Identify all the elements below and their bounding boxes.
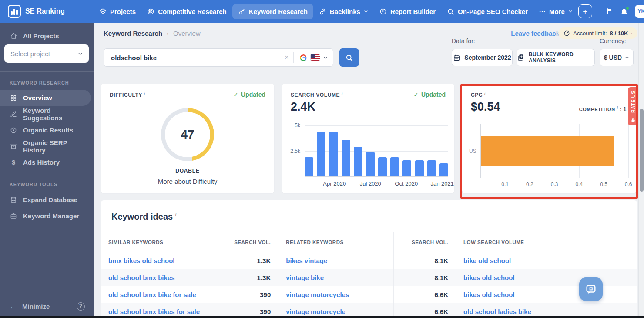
- x-tick-label: 0.2: [526, 181, 533, 187]
- info-icon: i: [342, 91, 343, 95]
- add-button[interactable]: +: [578, 4, 592, 18]
- help-button[interactable]: ?: [77, 302, 85, 311]
- target-icon: [147, 8, 154, 15]
- volume-bar: [317, 132, 325, 176]
- keyword-link[interactable]: bikes old school: [463, 274, 515, 281]
- nav-item-backlinks[interactable]: Backlinks: [313, 4, 374, 19]
- minimize-button[interactable]: ← Minimize: [10, 303, 50, 310]
- volume-bar: [329, 132, 338, 176]
- x-axis-label: Oct 2020: [395, 180, 418, 187]
- keyword-ideas-title: Keyword ideas i: [111, 212, 176, 222]
- divider: [0, 71, 94, 72]
- competition-value: 1: [623, 106, 627, 112]
- search-engine-region-select[interactable]: [299, 54, 328, 62]
- difficulty-gauge: 47: [161, 108, 214, 161]
- sidebar-item-all-projects[interactable]: All Projects: [0, 28, 94, 43]
- volume-bar: [366, 152, 375, 176]
- sidebar-item-overview[interactable]: Overview: [0, 90, 91, 106]
- sidebar-item-expand-database[interactable]: Expand Database: [0, 192, 91, 208]
- keyword-link[interactable]: old school bmx bikes: [108, 274, 175, 281]
- sidebar-item-ads-history[interactable]: $ Ads History: [0, 154, 91, 170]
- difficulty-card: DIFFICULTY i ✓Updated 47 DOABLE More abo…: [101, 84, 274, 193]
- y-axis-label: 2.5k: [290, 148, 300, 154]
- notifications-button[interactable]: [620, 7, 628, 16]
- info-icon: i: [144, 91, 145, 95]
- clear-icon[interactable]: ×: [280, 53, 293, 62]
- col-related-keywords: RELATED KEYWORDS: [278, 232, 394, 252]
- sidebar-item-keyword-manager[interactable]: Keyword Manager: [0, 208, 91, 224]
- sidebar-item-organic-results[interactable]: Organic Results: [0, 122, 91, 138]
- keyword-search-input[interactable]: [111, 54, 280, 61]
- currency-select[interactable]: $ USD: [600, 49, 634, 66]
- sidebar-item-organic-serp-history[interactable]: Organic SERP History: [0, 138, 91, 154]
- keyword-link[interactable]: vintage bike: [286, 274, 324, 281]
- nav-item-keyword-research[interactable]: Keyword Research: [232, 4, 313, 19]
- bulk-keyword-analysis-button[interactable]: BULK KEYWORD ANALYSIS: [517, 49, 595, 66]
- keyword-link[interactable]: bmx bikes old school: [108, 257, 175, 264]
- user-avatar[interactable]: YK: [635, 5, 644, 18]
- leave-feedback-link[interactable]: Leave feedback: [511, 30, 560, 37]
- calendar-icon: [453, 54, 460, 61]
- section-title-keyword-tools: KEYWORD TOOLS: [10, 182, 57, 187]
- info-icon: i: [631, 31, 632, 35]
- scrollbar-thumb[interactable]: [640, 109, 644, 192]
- volume-bar: [305, 157, 313, 176]
- gauge-icon: [564, 30, 570, 37]
- keyword-search-box: ×: [104, 48, 333, 67]
- table-row: old school bmx bikes1.3Kvintage bike8.1K…: [101, 269, 637, 286]
- key-icon: [238, 8, 245, 15]
- keyword-link[interactable]: vintage motorcycle: [286, 308, 345, 315]
- keyword-link[interactable]: bikes vintage: [286, 257, 327, 264]
- chevron-down-icon: [625, 55, 629, 60]
- nav-item-report-builder[interactable]: Report Builder: [374, 4, 441, 19]
- keyword-ideas-tbody: bmx bikes old school1.3Kbikes vintage8.1…: [101, 252, 637, 318]
- x-axis-label: Apr 2020: [323, 180, 346, 187]
- divider: [0, 173, 94, 173]
- sidebar-item-keyword-suggestions[interactable]: Keyword Suggestions: [0, 106, 91, 122]
- search-volume-value: 2.4K: [291, 100, 315, 114]
- breadcrumb-overview: Overview: [173, 30, 201, 37]
- check-icon: ✓: [233, 91, 238, 98]
- rate-us-tab[interactable]: RATE US: [628, 87, 638, 125]
- project-select[interactable]: Select project: [4, 44, 89, 63]
- bottom-edge-bar: [0, 316, 644, 318]
- keyword-link[interactable]: vintage motorcycles: [286, 291, 349, 298]
- keyword-ideas-card: Keyword ideas i SIMILAR KEYWORDS SEARCH …: [101, 200, 637, 318]
- chevron-down-icon: [364, 9, 368, 14]
- flag-button[interactable]: [606, 7, 614, 15]
- breadcrumb-keyword-research[interactable]: Keyword Research: [104, 30, 162, 37]
- volume-bar: [415, 160, 424, 176]
- col-low-search-volume: LOW SEARCH VOLUME: [456, 232, 637, 252]
- keyword-link[interactable]: bike old school: [463, 257, 511, 264]
- volume-bar: [439, 163, 448, 176]
- nav-item-projects[interactable]: Projects: [94, 4, 141, 19]
- arrow-left-icon: ←: [10, 303, 16, 310]
- copy-plus-icon: [517, 54, 525, 61]
- nav-item-more[interactable]: ··· More: [533, 4, 578, 19]
- difficulty-status: ✓Updated: [233, 91, 265, 98]
- date-picker-button[interactable]: September 2022: [452, 49, 513, 66]
- y-axis-label: 5k: [295, 122, 300, 129]
- nav-item-competitive-research[interactable]: Competitive Research: [141, 4, 232, 19]
- more-about-difficulty-link[interactable]: More about Difficulty: [158, 178, 217, 186]
- nav-item-onpage-seo-checker[interactable]: On-Page SEO Checker: [441, 4, 533, 19]
- archive-icon: [10, 143, 17, 150]
- chat-widget-button[interactable]: [579, 277, 603, 301]
- keyword-link[interactable]: old school ladies bike: [463, 308, 531, 315]
- search-button[interactable]: [339, 48, 359, 67]
- circle-dot-icon: [10, 127, 17, 134]
- layers-icon: [99, 8, 107, 15]
- home-icon: [10, 32, 17, 40]
- keyword-link[interactable]: old school bmx bike for sale: [108, 291, 196, 298]
- breadcrumb: Keyword Research › Overview: [104, 30, 201, 37]
- section-title-keyword-research: KEYWORD RESEARCH: [10, 80, 69, 85]
- pie-chart-icon: [379, 8, 387, 15]
- brand[interactable]: SE Ranking: [0, 5, 94, 18]
- keyword-link[interactable]: old school bmx bikes for sale: [108, 308, 200, 315]
- top-navbar: SE Ranking Projects Competitive Research…: [0, 0, 644, 23]
- search-volume-cell: 8.1K: [394, 269, 456, 286]
- keyword-link[interactable]: bikes old school: [463, 291, 515, 298]
- google-logo-icon: [299, 54, 307, 62]
- volume-bar: [354, 147, 362, 176]
- se-ranking-logo-icon: [8, 5, 21, 18]
